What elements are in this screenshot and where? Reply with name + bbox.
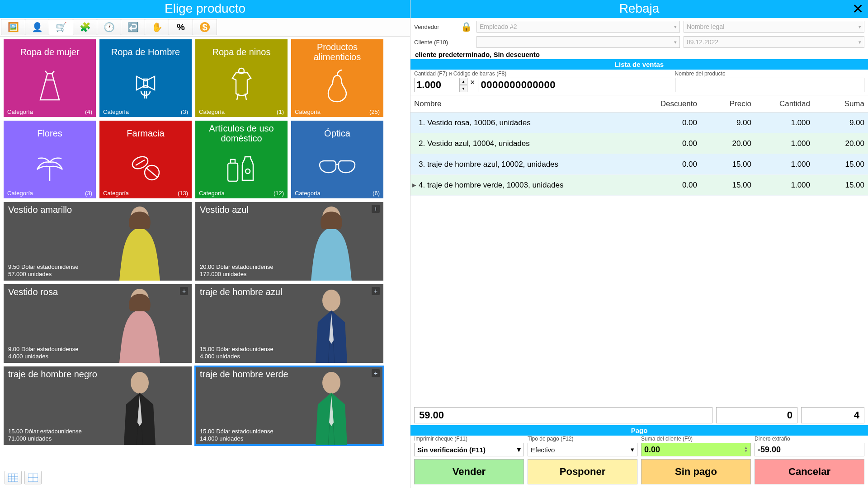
cell-name: 1. Vestido rosa, 10006, unidades <box>419 118 638 127</box>
pay-band: Pago <box>410 425 868 436</box>
product-tile[interactable]: + traje de hombre azul 15.00 Dólar estad… <box>195 284 383 363</box>
category-meta: Categoría <box>199 190 225 197</box>
category-tile[interactable]: Ropa de mujer Categoría(4) <box>4 39 96 117</box>
category-tile[interactable]: Ropa de Hombre Categoría(3) <box>99 39 192 117</box>
onesie-icon <box>199 62 284 108</box>
category-title: Artículos de uso doméstico <box>199 123 284 143</box>
product-title: Vestido amarillo <box>8 205 187 215</box>
category-tile[interactable]: Flores Categoría(3) <box>4 121 96 198</box>
category-count: (13) <box>178 190 188 197</box>
totals-row: 59.00 0 4 <box>410 405 868 425</box>
tool-puzzle[interactable]: 🧩 <box>73 19 97 35</box>
tool-cart[interactable]: 🛒 <box>49 19 73 35</box>
plus-icon[interactable]: + <box>372 287 380 295</box>
pill-icon <box>103 143 188 190</box>
plus-icon[interactable]: + <box>372 369 380 377</box>
cell-qty: 1.000 <box>751 181 810 190</box>
sales-band: Lista de ventas <box>410 59 868 70</box>
product-grid: Ropa de mujer Categoría(4)Ropa de Hombre… <box>0 37 410 469</box>
category-count: (6) <box>373 190 380 197</box>
svg-point-4 <box>245 169 250 174</box>
view-list-icon[interactable] <box>5 471 22 484</box>
dress-icon <box>7 62 92 108</box>
cell-price: 15.00 <box>697 160 751 169</box>
category-tile[interactable]: Productos alimenticios Categoría(25) <box>291 39 383 117</box>
product-name-input[interactable] <box>675 78 864 92</box>
total-count: 4 <box>801 407 864 423</box>
category-count: (3) <box>85 190 92 197</box>
tool-undo[interactable]: ↩️ <box>121 19 145 35</box>
col-sum: Suma <box>810 99 864 108</box>
cell-price: 15.00 <box>697 181 751 190</box>
product-tile[interactable]: traje de hombre negro 15.00 Dólar estado… <box>4 366 192 445</box>
tool-hand[interactable]: ✋ <box>145 19 169 35</box>
cell-disc: 0.00 <box>638 118 697 127</box>
postpone-button[interactable]: Posponer <box>528 459 637 484</box>
product-meta: 15.00 Dólar estadounidense71.000 unidade… <box>8 428 187 443</box>
bowtie-icon <box>103 62 188 108</box>
close-icon[interactable]: ✕ <box>852 1 863 17</box>
action-buttons: Vender Posponer Sin pago Cancelar <box>410 459 868 488</box>
table-row[interactable]: 3. traje de hombre azul, 10002, unidades… <box>410 154 868 175</box>
category-tile[interactable]: Farmacia Categoría(13) <box>99 121 192 198</box>
table-row[interactable]: 1. Vestido rosa, 10006, unidades 0.00 9.… <box>410 113 868 133</box>
tool-clock[interactable]: 🕐 <box>97 19 121 35</box>
product-tile[interactable]: Vestido amarillo 9.50 Dólar estadouniden… <box>4 202 192 281</box>
cell-qty: 1.000 <box>751 118 810 127</box>
sell-button[interactable]: Vender <box>414 459 524 484</box>
date-combo[interactable]: 09.12.2022▾ <box>684 36 864 48</box>
pay-options: Imprimir cheque (F11) Sin verificación (… <box>410 436 868 459</box>
product-title: traje de hombre negro <box>8 369 187 380</box>
tool-dollar[interactable]: $ <box>193 19 217 35</box>
tool-picture[interactable]: 🖼️ <box>1 19 25 35</box>
print-select[interactable]: Sin verificación (F11)▾ <box>414 443 524 456</box>
category-meta: Categoría <box>295 190 321 197</box>
client-combo[interactable]: ▾ <box>476 36 680 48</box>
cell-sum: 9.00 <box>810 118 864 127</box>
table-row[interactable]: 2. Vestido azul, 10004, unidades 0.00 20… <box>410 133 868 154</box>
qty-stepper[interactable]: ▲▼ <box>459 78 467 92</box>
table-row[interactable]: ▸ 4. traje de hombre verde, 10003, unida… <box>410 175 868 196</box>
client-label: Cliente (F10) <box>414 39 456 46</box>
col-price: Precio <box>697 99 751 108</box>
multiply-icon: × <box>467 78 478 92</box>
vendor-label: Vendedor <box>414 23 456 30</box>
product-tile[interactable]: + Vestido rosa 9.00 Dólar estadounidense… <box>4 284 192 363</box>
legal-combo[interactable]: Nombre legal▾ <box>684 21 864 33</box>
vendor-combo[interactable]: Empleado #2▾ <box>476 21 680 33</box>
cell-name: 4. traje de hombre verde, 10003, unidade… <box>419 181 638 190</box>
client-sum-input[interactable]: 0.00 ▲▼ <box>641 443 751 456</box>
category-count: (25) <box>369 108 380 115</box>
type-select[interactable]: Efectivo▾ <box>528 443 637 456</box>
product-title: Vestido azul <box>200 205 379 215</box>
category-tile[interactable]: Óptica Categoría(6) <box>291 121 383 198</box>
right-panel: Rebaja ✕ Vendedor 🔒 Empleado #2▾ Nombre … <box>410 0 868 488</box>
view-grid-icon[interactable] <box>24 471 42 484</box>
right-title: Rebaja ✕ <box>410 0 868 18</box>
category-count: (1) <box>277 108 284 115</box>
tool-user[interactable]: 👤 <box>25 19 49 35</box>
tool-percent[interactable]: % <box>169 19 193 35</box>
cancel-button[interactable]: Cancelar <box>755 459 864 484</box>
product-meta: 20.00 Dólar estadounidense172.000 unidad… <box>200 263 379 278</box>
barcode-input[interactable] <box>478 78 672 92</box>
lock-icon[interactable]: 🔒 <box>459 20 473 33</box>
qty-input[interactable] <box>414 78 459 92</box>
product-tile[interactable]: + Vestido azul 20.00 Dólar estadounidens… <box>195 202 383 281</box>
category-meta: Categoría <box>7 108 33 115</box>
product-tile[interactable]: + traje de hombre verde 15.00 Dólar esta… <box>195 366 383 445</box>
category-tile[interactable]: Ropa de ninos Categoría(1) <box>195 39 288 117</box>
col-disc: Descuento <box>638 99 697 108</box>
col-name: Nombre <box>414 99 638 108</box>
nopay-button[interactable]: Sin pago <box>641 459 751 484</box>
cell-disc: 0.00 <box>638 160 697 169</box>
category-title: Ropa de mujer <box>7 42 92 62</box>
total-disc: 0 <box>716 407 797 423</box>
sales-table: Nombre Descuento Precio Cantidad Suma 1.… <box>410 95 868 405</box>
plus-icon[interactable]: + <box>180 287 188 295</box>
category-title: Flores <box>7 123 92 143</box>
view-toggle <box>0 469 410 488</box>
product-meta: 15.00 Dólar estadounidense4.000 unidades <box>200 346 379 361</box>
plus-icon[interactable]: + <box>372 205 380 213</box>
category-tile[interactable]: Artículos de uso doméstico Categoría(12) <box>195 121 288 198</box>
